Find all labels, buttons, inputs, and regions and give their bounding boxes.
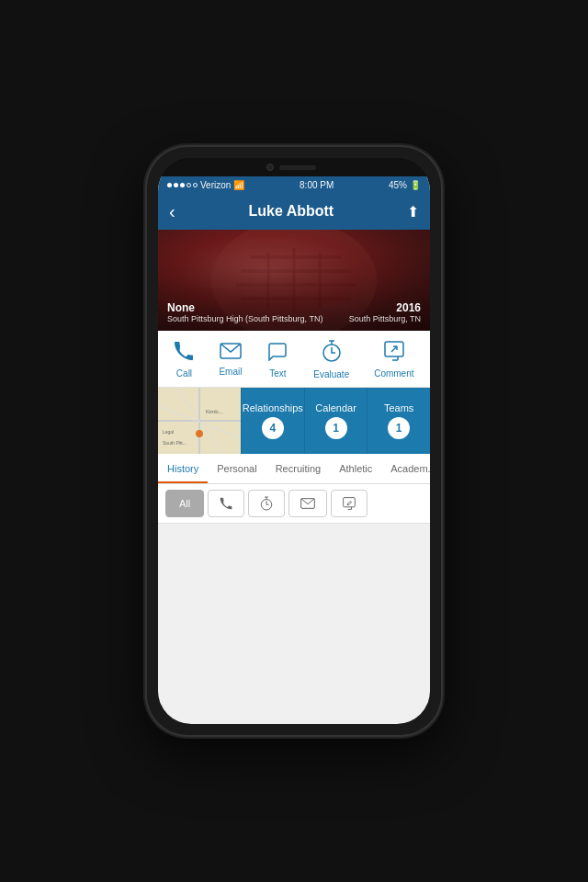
svg-text:Kimb...: Kimb... [206, 409, 223, 414]
teams-tile[interactable]: Teams 1 [367, 388, 430, 454]
camera [266, 164, 274, 171]
relationships-tile[interactable]: Relationships 4 [241, 388, 304, 454]
signal-dot-4 [187, 183, 191, 187]
relationships-badge: 4 [262, 417, 284, 439]
page-title: Luke Abbott [248, 203, 334, 220]
filter-phone-button[interactable] [208, 490, 244, 517]
tab-academic[interactable]: Academ... [381, 454, 430, 483]
signal-dot-1 [167, 183, 172, 187]
signal-dot-2 [174, 183, 178, 187]
filter-phone-icon [220, 497, 232, 510]
signal-dots [167, 183, 198, 187]
wifi-icon: 📶 [233, 180, 244, 190]
tiles-row: Kimb... Legal South Pitt... Relationship… [158, 388, 430, 454]
calendar-tile[interactable]: Calendar 1 [304, 388, 368, 454]
hero-info-left: None South Pittsburg High (South Pittsbu… [167, 301, 322, 323]
back-button[interactable]: ‹ [169, 201, 175, 222]
relationships-label: Relationships [243, 402, 303, 413]
svg-text:South Pitt...: South Pitt... [163, 440, 187, 446]
tab-personal[interactable]: Personal [208, 454, 266, 483]
tab-row: History Personal Recruiting Athletic Aca… [158, 454, 430, 484]
phone-top-bar [158, 158, 430, 176]
status-bar: Verizon 📶 8:00 PM 45% 🔋 [158, 176, 430, 193]
action-email[interactable]: Email [219, 343, 242, 377]
svg-text:Legal: Legal [163, 429, 174, 435]
text-label: Text [269, 368, 286, 379]
filter-stopwatch-button[interactable] [248, 490, 285, 517]
filter-row: All [158, 484, 430, 524]
tab-athletic[interactable]: Athletic [330, 454, 381, 483]
hero-location: South Pittsburg, TN [349, 314, 421, 323]
filter-stopwatch-icon [260, 496, 273, 511]
action-evaluate[interactable]: Evaluate [313, 340, 349, 379]
hero-school: South Pittsburg High (South Pittsburg, T… [167, 314, 322, 323]
hero-position: None [167, 301, 322, 314]
filter-edit-icon [343, 497, 356, 510]
status-time: 8:00 PM [300, 180, 334, 190]
action-text[interactable]: Text [266, 341, 288, 379]
hero-info-right: 2016 South Pittsburg, TN [349, 301, 421, 323]
speaker [279, 165, 316, 170]
stopwatch-icon [322, 340, 342, 366]
action-comment[interactable]: Comment [374, 341, 413, 379]
carrier-label: Verizon [200, 180, 231, 190]
text-icon [266, 341, 288, 365]
signal-dot-3 [180, 183, 185, 187]
hero-image: None South Pittsburg High (South Pittsbu… [158, 230, 430, 331]
screen: Verizon 📶 8:00 PM 45% 🔋 ‹ Luke Abbott ⬆ [158, 176, 430, 724]
tab-recruiting[interactable]: Recruiting [266, 454, 331, 483]
battery-label: 45% [389, 180, 407, 190]
hero-year: 2016 [349, 301, 421, 314]
signal-dot-5 [193, 183, 198, 187]
action-call[interactable]: Call [174, 341, 194, 379]
status-left: Verizon 📶 [167, 180, 244, 190]
nav-bar: ‹ Luke Abbott ⬆ [158, 193, 430, 230]
phone-icon [174, 341, 194, 365]
comment-icon [384, 341, 404, 365]
actions-row: Call Email [158, 331, 430, 388]
status-right: 45% 🔋 [389, 180, 421, 190]
teams-badge: 1 [388, 417, 410, 439]
phone-frame: Verizon 📶 8:00 PM 45% 🔋 ‹ Luke Abbott ⬆ [147, 147, 441, 735]
svg-line-16 [391, 346, 397, 352]
filter-edit-button[interactable] [331, 490, 368, 517]
filter-email-icon [300, 498, 315, 509]
share-button[interactable]: ⬆ [407, 203, 419, 220]
email-label: Email [219, 367, 242, 377]
teams-label: Teams [384, 402, 413, 413]
email-icon [220, 343, 242, 363]
comment-label: Comment [374, 368, 413, 379]
tab-history[interactable]: History [158, 454, 208, 483]
svg-point-27 [196, 430, 203, 437]
evaluate-label: Evaluate [313, 369, 349, 379]
map-tile: Kimb... Legal South Pitt... [158, 388, 241, 454]
map-svg: Kimb... Legal South Pitt... [158, 388, 241, 454]
calendar-badge: 1 [325, 417, 347, 439]
phone-inner: Verizon 📶 8:00 PM 45% 🔋 ‹ Luke Abbott ⬆ [158, 158, 430, 724]
filter-all-button[interactable]: All [165, 490, 204, 517]
battery-icon: 🔋 [410, 180, 421, 190]
call-label: Call [176, 368, 192, 379]
filter-email-button[interactable] [288, 490, 327, 517]
calendar-label: Calendar [315, 402, 356, 413]
